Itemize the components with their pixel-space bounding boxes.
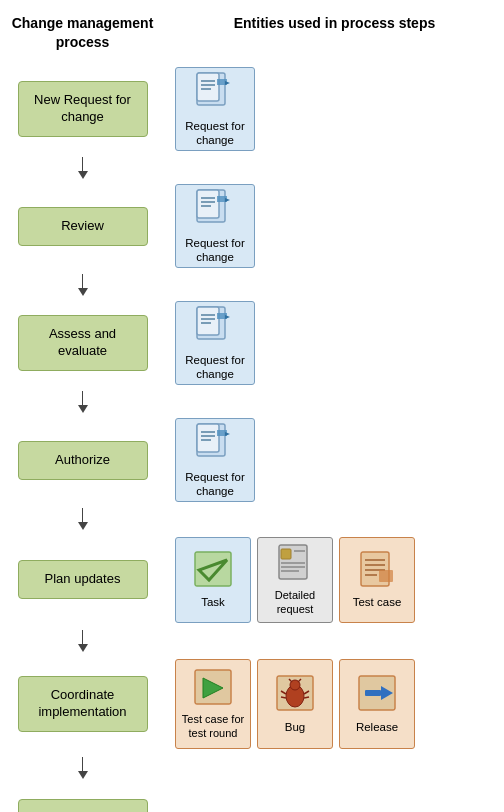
header-right-title: Entities used in process steps [165, 14, 504, 52]
entity-detailed-request: Detailed request [257, 537, 333, 623]
step-plan-updates: Plan updates [18, 560, 148, 599]
svg-marker-20 [225, 315, 230, 319]
detailed-request-icon [275, 543, 315, 585]
bug-icon [275, 674, 315, 715]
entities-plan: Task Detailed request [165, 530, 504, 630]
svg-marker-27 [225, 432, 230, 436]
svg-rect-31 [281, 549, 291, 559]
step-review-close: Review and close [18, 799, 148, 812]
entity-release: Release [339, 659, 415, 749]
step-coordinate: Coordinate implementation [18, 676, 148, 732]
arrow-3 [0, 391, 165, 413]
svg-rect-15 [197, 307, 219, 335]
entity-rfc-1: Request for change [175, 67, 255, 151]
entity-label-detailed: Detailed request [262, 589, 328, 617]
entity-bug: Bug [257, 659, 333, 749]
step-left-new-request: New Request for change [0, 62, 165, 157]
task-icon [193, 550, 233, 591]
entity-label-rfc-3: Request for change [180, 353, 250, 382]
svg-rect-1 [197, 73, 219, 101]
step-left-plan: Plan updates [0, 530, 165, 630]
step-review: Review [18, 207, 148, 246]
step-assess: Assess and evaluate [18, 315, 148, 371]
svg-line-50 [281, 697, 286, 698]
entities-coordinate: Test case for test round [165, 652, 504, 757]
arrow-4 [0, 508, 165, 530]
entity-test-round: Test case for test round [175, 659, 251, 749]
entity-label-rfc-4: Request for change [180, 470, 250, 499]
entity-label-test-round: Test case for test round [180, 713, 246, 741]
rfc-icon-1 [195, 71, 235, 115]
svg-rect-41 [379, 570, 393, 582]
entities-review-close [165, 779, 504, 812]
section-coordinate: Coordinate implementation Test case for … [0, 652, 504, 757]
rfc-icon-2 [195, 188, 235, 232]
section-review: Review Request for change [0, 179, 504, 274]
svg-rect-22 [197, 424, 219, 452]
entities-assess: Request for change [165, 296, 504, 391]
rfc-icon-4 [195, 422, 235, 466]
entity-rfc-4: Request for change [175, 418, 255, 502]
entity-test-case-plan: Test case [339, 537, 415, 623]
arrow-5 [0, 630, 165, 652]
section-new-request: New Request for change Request for chang… [0, 62, 504, 157]
entity-label-rfc-2: Request for change [180, 236, 250, 265]
entity-label-test-case-plan: Test case [353, 595, 402, 609]
entity-task: Task [175, 537, 251, 623]
section-plan-updates: Plan updates Task [0, 530, 504, 630]
entities-new-request: Request for change [165, 62, 504, 157]
svg-marker-13 [225, 198, 230, 202]
step-left-authorize: Authorize [0, 413, 165, 508]
step-authorize: Authorize [18, 441, 148, 480]
entity-rfc-2: Request for change [175, 184, 255, 268]
release-icon [357, 674, 397, 715]
section-assess: Assess and evaluate Request for change [0, 296, 504, 391]
step-left-review: Review [0, 179, 165, 274]
section-authorize: Authorize Request for change [0, 413, 504, 508]
svg-rect-54 [365, 690, 381, 696]
step-new-request: New Request for change [18, 81, 148, 137]
test-round-icon [193, 668, 233, 710]
step-left-assess: Assess and evaluate [0, 296, 165, 391]
entity-label-task: Task [201, 595, 225, 609]
section-review-close: Review and close [0, 779, 504, 812]
test-case-icon-plan [357, 550, 397, 591]
entity-label-rfc-1: Request for change [180, 119, 250, 148]
svg-line-52 [304, 697, 309, 698]
entity-label-bug: Bug [285, 720, 305, 734]
entities-review: Request for change [165, 179, 504, 274]
entity-rfc-3: Request for change [175, 301, 255, 385]
arrow-6 [0, 757, 165, 779]
svg-rect-8 [197, 190, 219, 218]
arrow-1 [0, 157, 165, 179]
header-left-title: Change management process [0, 14, 165, 52]
arrow-2 [0, 274, 165, 296]
entities-authorize: Request for change [165, 413, 504, 508]
step-left-coordinate: Coordinate implementation [0, 652, 165, 757]
entity-label-release: Release [356, 720, 398, 734]
svg-marker-6 [225, 81, 230, 85]
step-left-review-close: Review and close [0, 779, 165, 812]
rfc-icon-3 [195, 305, 235, 349]
